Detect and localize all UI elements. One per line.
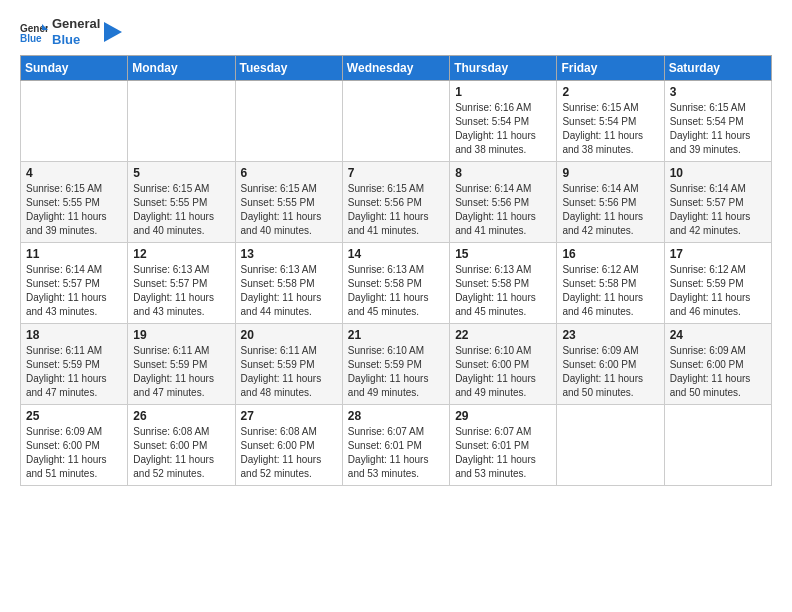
day-number: 11 (26, 247, 122, 261)
logo-icon: General Blue (20, 18, 48, 46)
day-number: 8 (455, 166, 551, 180)
day-number: 28 (348, 409, 444, 423)
day-number: 16 (562, 247, 658, 261)
day-info: Sunrise: 6:11 AM Sunset: 5:59 PM Dayligh… (241, 344, 337, 400)
day-number: 25 (26, 409, 122, 423)
calendar-week-row: 18Sunrise: 6:11 AM Sunset: 5:59 PM Dayli… (21, 324, 772, 405)
day-info: Sunrise: 6:12 AM Sunset: 5:59 PM Dayligh… (670, 263, 766, 319)
day-info: Sunrise: 6:15 AM Sunset: 5:55 PM Dayligh… (241, 182, 337, 238)
day-number: 20 (241, 328, 337, 342)
day-info: Sunrise: 6:11 AM Sunset: 5:59 PM Dayligh… (133, 344, 229, 400)
day-info: Sunrise: 6:09 AM Sunset: 6:00 PM Dayligh… (670, 344, 766, 400)
header: General Blue General Blue (20, 16, 772, 47)
day-header-wednesday: Wednesday (342, 56, 449, 81)
calendar-cell: 15Sunrise: 6:13 AM Sunset: 5:58 PM Dayli… (450, 243, 557, 324)
logo-text: General Blue (52, 16, 100, 47)
day-info: Sunrise: 6:10 AM Sunset: 5:59 PM Dayligh… (348, 344, 444, 400)
logo-arrow-icon (104, 22, 122, 42)
day-info: Sunrise: 6:14 AM Sunset: 5:57 PM Dayligh… (670, 182, 766, 238)
calendar-week-row: 11Sunrise: 6:14 AM Sunset: 5:57 PM Dayli… (21, 243, 772, 324)
calendar-cell: 2Sunrise: 6:15 AM Sunset: 5:54 PM Daylig… (557, 81, 664, 162)
day-number: 4 (26, 166, 122, 180)
day-header-tuesday: Tuesday (235, 56, 342, 81)
day-number: 29 (455, 409, 551, 423)
day-number: 26 (133, 409, 229, 423)
day-number: 6 (241, 166, 337, 180)
day-number: 14 (348, 247, 444, 261)
day-number: 12 (133, 247, 229, 261)
day-info: Sunrise: 6:10 AM Sunset: 6:00 PM Dayligh… (455, 344, 551, 400)
calendar-cell: 9Sunrise: 6:14 AM Sunset: 5:56 PM Daylig… (557, 162, 664, 243)
day-info: Sunrise: 6:13 AM Sunset: 5:58 PM Dayligh… (348, 263, 444, 319)
day-info: Sunrise: 6:12 AM Sunset: 5:58 PM Dayligh… (562, 263, 658, 319)
day-number: 10 (670, 166, 766, 180)
calendar-cell: 3Sunrise: 6:15 AM Sunset: 5:54 PM Daylig… (664, 81, 771, 162)
day-info: Sunrise: 6:15 AM Sunset: 5:56 PM Dayligh… (348, 182, 444, 238)
day-number: 21 (348, 328, 444, 342)
calendar-cell: 6Sunrise: 6:15 AM Sunset: 5:55 PM Daylig… (235, 162, 342, 243)
day-info: Sunrise: 6:15 AM Sunset: 5:54 PM Dayligh… (562, 101, 658, 157)
calendar-cell: 24Sunrise: 6:09 AM Sunset: 6:00 PM Dayli… (664, 324, 771, 405)
calendar-cell: 11Sunrise: 6:14 AM Sunset: 5:57 PM Dayli… (21, 243, 128, 324)
calendar-cell: 23Sunrise: 6:09 AM Sunset: 6:00 PM Dayli… (557, 324, 664, 405)
calendar-week-row: 1Sunrise: 6:16 AM Sunset: 5:54 PM Daylig… (21, 81, 772, 162)
day-number: 17 (670, 247, 766, 261)
calendar-cell: 19Sunrise: 6:11 AM Sunset: 5:59 PM Dayli… (128, 324, 235, 405)
calendar-cell: 7Sunrise: 6:15 AM Sunset: 5:56 PM Daylig… (342, 162, 449, 243)
day-number: 22 (455, 328, 551, 342)
calendar-cell: 25Sunrise: 6:09 AM Sunset: 6:00 PM Dayli… (21, 405, 128, 486)
day-info: Sunrise: 6:14 AM Sunset: 5:57 PM Dayligh… (26, 263, 122, 319)
day-info: Sunrise: 6:15 AM Sunset: 5:55 PM Dayligh… (26, 182, 122, 238)
day-header-sunday: Sunday (21, 56, 128, 81)
calendar-table: SundayMondayTuesdayWednesdayThursdayFrid… (20, 55, 772, 486)
logo: General Blue General Blue (20, 16, 122, 47)
day-info: Sunrise: 6:09 AM Sunset: 6:00 PM Dayligh… (562, 344, 658, 400)
day-info: Sunrise: 6:11 AM Sunset: 5:59 PM Dayligh… (26, 344, 122, 400)
calendar-cell: 29Sunrise: 6:07 AM Sunset: 6:01 PM Dayli… (450, 405, 557, 486)
calendar-cell (342, 81, 449, 162)
day-number: 24 (670, 328, 766, 342)
day-info: Sunrise: 6:14 AM Sunset: 5:56 PM Dayligh… (455, 182, 551, 238)
calendar-cell: 1Sunrise: 6:16 AM Sunset: 5:54 PM Daylig… (450, 81, 557, 162)
calendar-header-row: SundayMondayTuesdayWednesdayThursdayFrid… (21, 56, 772, 81)
logo-general: General (52, 16, 100, 32)
day-info: Sunrise: 6:08 AM Sunset: 6:00 PM Dayligh… (241, 425, 337, 481)
calendar-cell: 26Sunrise: 6:08 AM Sunset: 6:00 PM Dayli… (128, 405, 235, 486)
day-number: 23 (562, 328, 658, 342)
day-number: 1 (455, 85, 551, 99)
calendar-cell: 12Sunrise: 6:13 AM Sunset: 5:57 PM Dayli… (128, 243, 235, 324)
calendar-cell: 27Sunrise: 6:08 AM Sunset: 6:00 PM Dayli… (235, 405, 342, 486)
day-number: 13 (241, 247, 337, 261)
day-number: 2 (562, 85, 658, 99)
day-header-friday: Friday (557, 56, 664, 81)
calendar-cell: 21Sunrise: 6:10 AM Sunset: 5:59 PM Dayli… (342, 324, 449, 405)
day-info: Sunrise: 6:09 AM Sunset: 6:00 PM Dayligh… (26, 425, 122, 481)
day-info: Sunrise: 6:08 AM Sunset: 6:00 PM Dayligh… (133, 425, 229, 481)
calendar-cell: 5Sunrise: 6:15 AM Sunset: 5:55 PM Daylig… (128, 162, 235, 243)
day-number: 27 (241, 409, 337, 423)
day-number: 7 (348, 166, 444, 180)
svg-text:Blue: Blue (20, 33, 42, 44)
calendar-cell (128, 81, 235, 162)
day-header-thursday: Thursday (450, 56, 557, 81)
logo-blue: Blue (52, 32, 100, 48)
calendar-week-row: 4Sunrise: 6:15 AM Sunset: 5:55 PM Daylig… (21, 162, 772, 243)
day-header-monday: Monday (128, 56, 235, 81)
day-number: 18 (26, 328, 122, 342)
calendar-cell: 28Sunrise: 6:07 AM Sunset: 6:01 PM Dayli… (342, 405, 449, 486)
day-info: Sunrise: 6:13 AM Sunset: 5:57 PM Dayligh… (133, 263, 229, 319)
calendar-week-row: 25Sunrise: 6:09 AM Sunset: 6:00 PM Dayli… (21, 405, 772, 486)
day-info: Sunrise: 6:15 AM Sunset: 5:55 PM Dayligh… (133, 182, 229, 238)
calendar-cell: 8Sunrise: 6:14 AM Sunset: 5:56 PM Daylig… (450, 162, 557, 243)
calendar-cell (557, 405, 664, 486)
calendar-cell (235, 81, 342, 162)
calendar-cell: 20Sunrise: 6:11 AM Sunset: 5:59 PM Dayli… (235, 324, 342, 405)
day-number: 5 (133, 166, 229, 180)
day-info: Sunrise: 6:13 AM Sunset: 5:58 PM Dayligh… (455, 263, 551, 319)
calendar-cell: 4Sunrise: 6:15 AM Sunset: 5:55 PM Daylig… (21, 162, 128, 243)
calendar-cell: 17Sunrise: 6:12 AM Sunset: 5:59 PM Dayli… (664, 243, 771, 324)
calendar-cell: 14Sunrise: 6:13 AM Sunset: 5:58 PM Dayli… (342, 243, 449, 324)
calendar-cell: 22Sunrise: 6:10 AM Sunset: 6:00 PM Dayli… (450, 324, 557, 405)
calendar-cell: 18Sunrise: 6:11 AM Sunset: 5:59 PM Dayli… (21, 324, 128, 405)
calendar-body: 1Sunrise: 6:16 AM Sunset: 5:54 PM Daylig… (21, 81, 772, 486)
